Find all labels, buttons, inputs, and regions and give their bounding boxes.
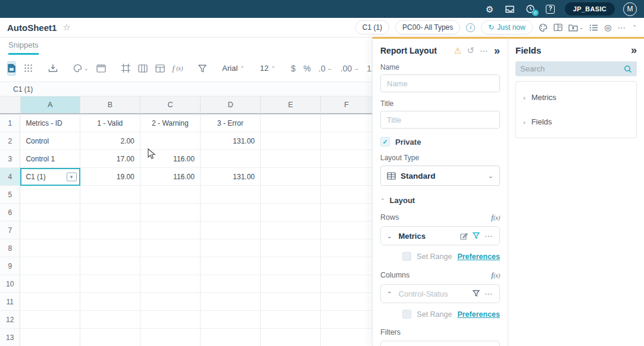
- cell-B11[interactable]: [80, 293, 140, 311]
- layout-split-icon[interactable]: [554, 23, 562, 32]
- cell-C6[interactable]: [140, 204, 201, 222]
- cell-C4[interactable]: 116.00: [140, 168, 201, 186]
- cell-A9[interactable]: [20, 257, 80, 275]
- cell-F5[interactable]: [321, 186, 373, 204]
- context-pill-dataset[interactable]: PC00- All Types: [395, 20, 460, 35]
- sheet-view-button[interactable]: [7, 61, 16, 76]
- cell-F10[interactable]: [321, 275, 373, 293]
- edit-icon[interactable]: [460, 232, 468, 240]
- cell-F11[interactable]: [321, 293, 373, 311]
- theme-palette-button[interactable]: ⌄: [73, 64, 89, 73]
- cell-C2[interactable]: [140, 132, 201, 150]
- chevron-down-icon[interactable]: ⌄: [579, 24, 584, 30]
- cell-B13[interactable]: [80, 329, 140, 346]
- column-header-F[interactable]: F: [321, 96, 373, 114]
- cell-C12[interactable]: [140, 311, 201, 329]
- chevron-down-icon[interactable]: ⌄: [84, 66, 89, 71]
- cell-A6[interactable]: [20, 204, 80, 222]
- collapse-panel-icon[interactable]: »: [631, 46, 637, 54]
- name-input[interactable]: [380, 74, 500, 92]
- cell-C3[interactable]: 116.00: [140, 150, 201, 168]
- list-icon[interactable]: [589, 24, 598, 32]
- filter-button[interactable]: [198, 64, 207, 73]
- cell-A10[interactable]: [20, 275, 80, 293]
- row-header-11[interactable]: 11: [0, 293, 20, 311]
- cell-F6[interactable]: [321, 204, 373, 222]
- help-icon[interactable]: ?: [545, 3, 557, 15]
- cell-D2[interactable]: 131.00: [201, 132, 261, 150]
- more-options-icon[interactable]: ⋯: [480, 46, 489, 55]
- cell-A11[interactable]: [20, 293, 80, 311]
- row-header-12[interactable]: 12: [0, 311, 20, 329]
- cell-E13[interactable]: [261, 329, 321, 346]
- filter-icon[interactable]: [473, 290, 480, 297]
- tree-item-metrics[interactable]: › Metrics: [522, 85, 630, 110]
- row-header-9[interactable]: 9: [0, 257, 20, 275]
- cell-D4[interactable]: 131.00: [201, 168, 261, 186]
- function-button[interactable]: f(x): [173, 64, 183, 73]
- chevron-right-icon[interactable]: ›: [523, 119, 526, 126]
- favorite-star-icon[interactable]: ☆: [62, 22, 70, 33]
- cell-A3[interactable]: Control 1: [20, 150, 80, 168]
- undo-icon[interactable]: ↺: [467, 45, 474, 56]
- cell-B3[interactable]: 17.00: [80, 150, 140, 168]
- cell-A4[interactable]: C1 (1)▾: [20, 168, 80, 186]
- percent-format-button[interactable]: %: [304, 64, 311, 73]
- cell-A5[interactable]: [20, 186, 80, 204]
- cell-E7[interactable]: [261, 222, 321, 239]
- collapse-panel-icon[interactable]: »: [494, 46, 500, 55]
- inbox-icon[interactable]: [504, 3, 516, 15]
- row-header-4[interactable]: 4: [0, 168, 20, 186]
- user-avatar[interactable]: M: [623, 2, 637, 16]
- eye-icon[interactable]: ◎: [604, 23, 611, 32]
- tab-snippets[interactable]: Snippets: [8, 40, 39, 55]
- cell-D6[interactable]: [201, 204, 261, 222]
- collapse-header-icon[interactable]: ⌃: [632, 24, 637, 30]
- cell-E10[interactable]: [261, 275, 321, 293]
- cell-D12[interactable]: [201, 311, 261, 329]
- row-header-1[interactable]: 1: [0, 114, 20, 132]
- cell-D10[interactable]: [201, 275, 261, 293]
- rows-zone-metrics[interactable]: ⌄ Metrics ⋯: [380, 226, 500, 245]
- cell-B2[interactable]: 2.00: [80, 132, 140, 150]
- title-input[interactable]: [380, 111, 500, 129]
- cell-D13[interactable]: [201, 329, 261, 346]
- cell-D8[interactable]: [201, 239, 261, 257]
- cell-C8[interactable]: [140, 239, 201, 257]
- row-header-7[interactable]: 7: [0, 222, 20, 239]
- cell-F13[interactable]: [321, 329, 373, 346]
- layout-section-header[interactable]: ⌃ Layout: [380, 196, 500, 205]
- cell-A13[interactable]: [20, 329, 80, 346]
- preferences-link[interactable]: Preferences: [457, 253, 500, 261]
- font-family-select[interactable]: Arial⌃: [222, 64, 245, 73]
- cell-B1[interactable]: 1 - Valid: [80, 114, 140, 132]
- cell-B5[interactable]: [80, 186, 140, 204]
- cell-A12[interactable]: [20, 311, 80, 329]
- cell-B4[interactable]: 19.00: [80, 168, 140, 186]
- cell-A8[interactable]: [20, 239, 80, 257]
- row-header-10[interactable]: 10: [0, 275, 20, 293]
- cell-E11[interactable]: [261, 293, 321, 311]
- header-style-button[interactable]: [96, 64, 106, 73]
- column-header-E[interactable]: E: [261, 96, 321, 114]
- settings-gear-icon[interactable]: ⚙: [484, 3, 496, 15]
- cell-B10[interactable]: [80, 275, 140, 293]
- preferences-link[interactable]: Preferences: [457, 310, 500, 319]
- cell-A2[interactable]: Control: [20, 132, 80, 150]
- cell-D5[interactable]: [201, 186, 261, 204]
- tree-item-fields[interactable]: › Fields: [522, 110, 630, 134]
- cell-F8[interactable]: [321, 239, 373, 257]
- cell-F9[interactable]: [321, 257, 373, 275]
- row-header-6[interactable]: 6: [0, 204, 20, 222]
- history-clock-icon[interactable]: 0: [524, 3, 536, 15]
- cell-E5[interactable]: [261, 186, 321, 204]
- context-pill-layout[interactable]: C1 (1): [355, 20, 389, 35]
- cell-C10[interactable]: [140, 275, 201, 293]
- account-button[interactable]: JP_BASIC: [565, 2, 615, 15]
- cell-dropdown-button[interactable]: ▾: [67, 172, 77, 181]
- cell-E12[interactable]: [261, 311, 321, 329]
- cell-E4[interactable]: [261, 168, 321, 186]
- row-layout-button[interactable]: [155, 64, 165, 73]
- column-layout-button[interactable]: [138, 64, 148, 73]
- more-options-icon[interactable]: ⋯: [484, 231, 493, 241]
